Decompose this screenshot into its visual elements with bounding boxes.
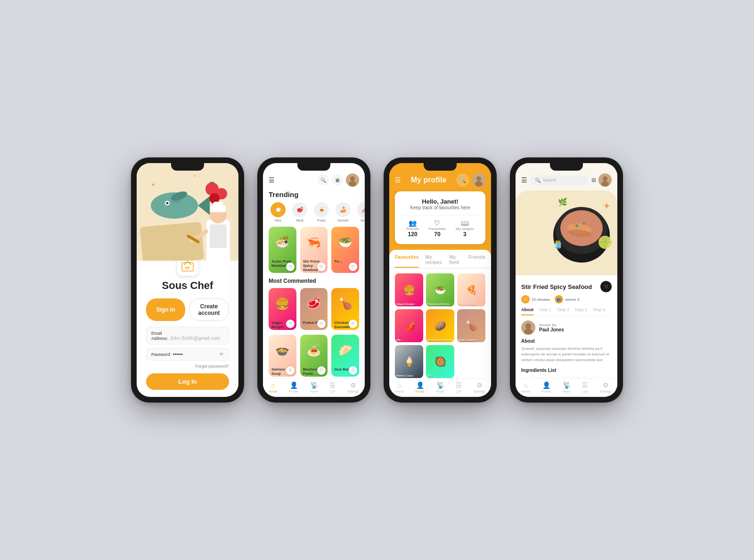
svg-point-35 [575,224,578,227]
more-card-2[interactable]: 🍝 Mushroom Pasta ♡ [300,335,328,377]
nav-feed-p[interactable]: 📡 Feed [436,381,444,393]
nav-profile[interactable]: 👤 Profile [289,381,298,393]
email-field[interactable]: Email Address:John.Smith@gmail.com [146,327,229,345]
svg-point-26 [476,176,481,181]
heart-btn-5[interactable]: ♡ [317,320,326,328]
cat-icon-asian: 🥢 [357,202,365,217]
forgot-password-link[interactable]: Forgot password? [146,364,229,369]
category-pasta[interactable]: 🍝 Pasta [312,202,331,222]
recipe-title: Stir Fried Spicy Seafood [521,283,600,290]
fav-card-7[interactable]: 🍦 Pantry Cone [395,345,423,378]
tab-step1[interactable]: Step 1 [539,307,551,315]
category-asian[interactable]: 🥢 Asian [355,202,365,222]
heart-btn-4[interactable]: ♡ [286,320,295,328]
email-label: Email Address: [151,331,168,341]
serves-label: serves 3 [565,297,579,302]
heart-btn-3[interactable]: ♡ [349,263,357,271]
notch [297,163,330,171]
category-new[interactable]: 🍽️ New [269,202,287,222]
trending-card-1[interactable]: 🍜 Asian Pork Meatballs ♡ [269,227,296,273]
nav-list-r[interactable]: ☰ List [582,381,588,393]
fav-label-3: Paneer Pizza [459,303,476,305]
trending-card-3[interactable]: 🥗 Th... ♡ [331,227,359,273]
heart-btn-7[interactable]: ♡ [286,366,295,375]
nav-profile-r[interactable]: 👤 Profile [541,381,551,393]
fav-card-3[interactable]: 🍕 Paneer Pizza [457,273,485,306]
nav-settings-p[interactable]: ⚙ Settings [473,381,485,393]
friends-value: 120 [406,231,419,238]
tab-my-recipes[interactable]: My recipes [426,255,443,268]
heart-btn-6[interactable]: ♡ [349,320,357,328]
trending-card-2[interactable]: 🦐 Stir Fried Spicy Seafood ♡ [300,227,328,273]
nav-home-r[interactable]: ⌂ Home [521,381,530,393]
create-account-button[interactable]: Create account [189,298,229,321]
user-avatar[interactable] [472,173,485,187]
settings-label-p: Settings [473,390,485,393]
search-bar[interactable]: 🔍 Search [530,175,589,185]
tab-my-feed[interactable]: My feed [449,255,462,268]
user-avatar[interactable] [346,173,359,187]
more-card-3[interactable]: 🥟 Gua Bao ♡ [331,335,359,377]
search-icon-recipe: 🔍 [535,178,541,183]
trending-food-2: 🦐 [300,227,328,257]
heart-btn-1[interactable]: ♡ [286,263,295,271]
nav-list[interactable]: ☰ List [329,381,336,393]
fav-label-1: Vegan Burger [396,303,415,305]
tab-step3[interactable]: Step 3 [575,307,587,315]
nav-list-p[interactable]: ☰ List [456,381,462,393]
fav-card-5[interactable]: 🥔 Roasted Potatoes [426,309,454,342]
fav-label-2: Pasta and Herbs [427,303,450,305]
search-button[interactable]: 🔍 [456,173,469,187]
search-placeholder: Search [543,178,557,182]
commented-card-1[interactable]: 🍔 Vegan Burger ♡ [269,288,296,330]
password-field[interactable]: Password:•••••• 👁 [146,348,229,361]
menu-icon[interactable]: ☰ [395,176,401,184]
fav-card-6[interactable]: 🍗 Bbq Chicken [457,309,485,342]
myrecipes-value: 3 [456,231,474,238]
fav-card-2[interactable]: 🥗 Pasta and Herbs [426,273,454,306]
tab-friends[interactable]: Friends [468,255,485,268]
tab-step2[interactable]: Step 2 [557,307,569,315]
filter-button[interactable]: ⊞ [332,174,343,186]
filter-icon-recipe[interactable]: ⊞ [591,177,596,183]
commented-card-2[interactable]: 🥩 Pulled Pork ♡ [300,288,328,330]
nav-profile-p[interactable]: 👤 Profile [415,381,425,393]
fav-img-4: 🌶️ [395,309,423,342]
fav-card-4[interactable]: 🌶️ Ma... [395,309,423,342]
recipe-heart-btn[interactable]: ♡ [600,281,612,292]
fav-card-8[interactable]: 🥘 Ch... [426,345,454,378]
signin-button[interactable]: Sign In [146,298,185,321]
nav-home[interactable]: ⌂ Home [269,381,278,393]
top-bar-right: 🔍 ⊞ [318,173,359,187]
profile-content: Favourites My recipes My feed Friends 🍔 … [389,250,491,397]
chef-row: Recipe By Paul Jones [521,321,612,335]
search-button[interactable]: 🔍 [318,174,329,186]
user-avatar-recipe[interactable] [598,173,612,187]
nav-home-p[interactable]: ⌂ Home [395,381,404,393]
profile-label: Profile [289,390,298,393]
tab-step4[interactable]: Step 4 [593,307,605,315]
commented-card-3[interactable]: 🍗 Chicken Souvlaki ♡ [331,288,359,330]
tab-favourites[interactable]: Favourites [395,255,419,268]
svg-point-23 [350,176,355,181]
fav-card-1[interactable]: 🍔 Vegan Burger [395,273,423,306]
nav-feed[interactable]: 📡 Feed [310,381,318,393]
heart-btn-9[interactable]: ♡ [349,366,357,375]
menu-icon-recipe[interactable]: ☰ [521,176,527,184]
tab-about[interactable]: About [521,307,533,315]
nav-settings-r[interactable]: ⚙ Settings [599,381,611,393]
nav-settings[interactable]: ⚙ Settings [347,381,359,393]
serves-icon: 👥 [555,295,563,304]
category-meat[interactable]: 🥩 Meat [290,202,309,222]
nav-feed-r[interactable]: 📡 Feed [563,381,571,393]
category-dessert[interactable]: 🍰 Dessert [334,202,352,222]
svg-rect-14 [210,224,227,248]
stat-favourites: ♡ Favourites 70 [428,219,446,238]
login-button[interactable]: Log In [146,373,229,390]
menu-icon[interactable]: ☰ [269,176,275,184]
cat-label-dessert: Dessert [337,219,349,222]
feed-icon-p: 📡 [436,381,444,389]
trending-food-1: 🍜 [269,227,296,257]
more-card-1[interactable]: 🍲 Salmon Soup ♡ [269,335,296,377]
svg-point-36 [583,222,585,225]
